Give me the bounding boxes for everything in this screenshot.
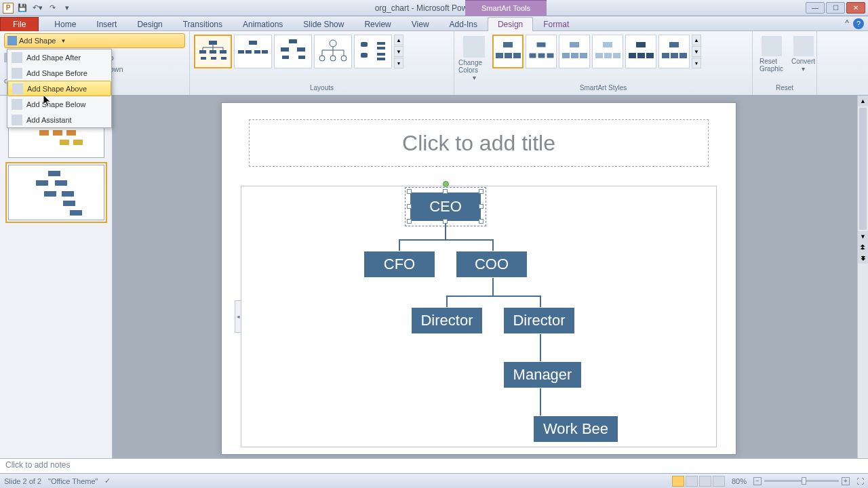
svg-rect-41	[604, 53, 612, 58]
prev-slide-icon[interactable]: ⯭	[858, 242, 868, 253]
qa-customize-icon[interactable]: ▾	[61, 2, 73, 14]
fit-to-window-icon[interactable]: ⛶	[856, 477, 864, 485]
org-node-manager[interactable]: Manager	[503, 361, 582, 388]
tab-design[interactable]: Design	[127, 17, 172, 31]
tab-view[interactable]: View	[401, 17, 439, 31]
svg-rect-54	[39, 130, 49, 136]
tab-transitions[interactable]: Transitions	[173, 17, 233, 31]
tab-review[interactable]: Review	[354, 17, 401, 31]
style-option-3[interactable]	[559, 35, 590, 68]
svg-rect-64	[63, 201, 75, 206]
svg-rect-48	[662, 53, 669, 58]
tab-slideshow[interactable]: Slide Show	[293, 17, 354, 31]
layout-option-3[interactable]	[274, 35, 312, 68]
org-node-coo[interactable]: COO	[456, 251, 528, 278]
zoom-out-button[interactable]: −	[753, 477, 762, 485]
svg-rect-63	[62, 191, 74, 197]
gallery-more-icon[interactable]: ▾	[394, 58, 403, 68]
slideshow-view-button[interactable]	[713, 476, 725, 487]
styles-more-icon[interactable]: ▾	[692, 58, 701, 68]
rotate-handle-icon[interactable]	[443, 181, 449, 187]
svg-rect-44	[629, 53, 636, 58]
convert-icon	[793, 36, 814, 56]
layout-option-1[interactable]	[194, 35, 232, 68]
tab-insert[interactable]: Insert	[86, 17, 127, 31]
slide-indicator: Slide 2 of 2	[4, 477, 41, 485]
tab-smartart-format[interactable]: Format	[533, 17, 579, 31]
minimize-ribbon-icon[interactable]: ^	[845, 18, 849, 29]
svg-rect-26	[377, 58, 385, 60]
tab-addins[interactable]: Add-Ins	[439, 17, 488, 31]
help-icon[interactable]: ?	[853, 18, 864, 29]
normal-view-button[interactable]	[672, 476, 684, 487]
slide[interactable]: Click to add title ◂ CEO	[221, 102, 736, 455]
minimize-button[interactable]: —	[806, 2, 825, 14]
spellcheck-icon[interactable]: ✓	[104, 476, 111, 485]
dd-add-shape-below[interactable]: Add Shape Below	[7, 96, 111, 112]
next-slide-icon[interactable]: ⯯	[858, 253, 868, 264]
zoom-level[interactable]: 80%	[732, 477, 747, 485]
org-node-cfo[interactable]: CFO	[363, 251, 435, 278]
zoom-slider[interactable]	[764, 480, 839, 482]
chevron-down-icon: ▼	[60, 38, 66, 44]
slide-thumbnail-2[interactable]	[8, 165, 104, 220]
title-placeholder[interactable]: Click to add title	[249, 119, 709, 167]
org-node-workbee[interactable]: Work Bee	[533, 415, 618, 443]
notes-pane[interactable]: Click to add notes	[0, 458, 868, 473]
org-node-dir1[interactable]: Director	[411, 307, 483, 334]
add-shape-button[interactable]: Add Shape ▼	[4, 33, 185, 48]
svg-rect-0	[209, 41, 217, 45]
svg-rect-43	[636, 42, 646, 47]
reset-graphic-button[interactable]: Reset Graphic	[757, 33, 786, 82]
org-node-ceo[interactable]: CEO	[410, 192, 481, 222]
style-option-4[interactable]	[592, 35, 623, 68]
dd-add-shape-before[interactable]: Add Shape Before	[7, 65, 111, 81]
reading-view-button[interactable]	[699, 476, 711, 487]
styles-scroll-up[interactable]: ▲	[692, 35, 701, 45]
save-icon[interactable]: 💾	[16, 2, 28, 14]
zoom-in-button[interactable]: +	[842, 477, 850, 485]
svg-rect-33	[538, 53, 545, 58]
window-title: org_chart - Microsoft PowerPoint	[0, 3, 868, 13]
maximize-button[interactable]: ☐	[826, 2, 845, 14]
text-pane-toggle[interactable]: ◂	[235, 300, 241, 333]
change-colors-button[interactable]: Change Colors ▾	[458, 33, 490, 82]
dd-add-assistant[interactable]: Add Assistant	[7, 112, 111, 127]
org-node-dir2[interactable]: Director	[503, 307, 575, 334]
style-option-1[interactable]	[492, 35, 524, 68]
scroll-down-icon[interactable]: ▼	[858, 231, 868, 242]
svg-rect-34	[547, 53, 554, 58]
tab-animations[interactable]: Animations	[233, 17, 293, 31]
layout-option-2[interactable]	[234, 35, 272, 68]
styles-scroll-down[interactable]: ▼	[692, 46, 701, 57]
svg-rect-56	[66, 130, 76, 136]
layout-option-5[interactable]	[354, 35, 392, 68]
vertical-scrollbar[interactable]: ▲ ▼ ⯭ ⯯	[857, 96, 868, 458]
undo-icon[interactable]: ↶▾	[31, 2, 43, 14]
svg-rect-24	[377, 47, 385, 49]
reset-icon	[762, 36, 782, 56]
sorter-view-button[interactable]	[686, 476, 698, 487]
style-option-2[interactable]	[526, 35, 557, 68]
scroll-thumb[interactable]	[859, 108, 867, 230]
smartart-container[interactable]: ◂ CEO CFO CO	[241, 186, 717, 447]
svg-rect-14	[297, 47, 305, 52]
convert-button[interactable]: Convert ▾	[789, 33, 818, 82]
tab-home[interactable]: Home	[44, 17, 86, 31]
svg-rect-49	[671, 53, 678, 58]
dd-add-shape-after[interactable]: Add Shape After	[7, 49, 111, 65]
gallery-scroll-up[interactable]: ▲	[394, 35, 403, 45]
tab-smartart-design[interactable]: Design	[488, 17, 533, 31]
tab-file[interactable]: File	[0, 17, 39, 31]
svg-rect-42	[613, 53, 620, 58]
redo-icon[interactable]: ↷	[46, 2, 58, 14]
layouts-group-label: Layouts	[190, 84, 454, 95]
style-option-5[interactable]	[625, 35, 656, 68]
scroll-up-icon[interactable]: ▲	[858, 96, 868, 106]
svg-rect-13	[281, 47, 289, 52]
layout-option-4[interactable]	[314, 35, 352, 68]
close-button[interactable]: ✕	[846, 2, 865, 14]
dd-add-shape-above[interactable]: Add Shape Above	[7, 81, 111, 96]
style-option-6[interactable]	[658, 35, 690, 68]
gallery-scroll-down[interactable]: ▼	[394, 46, 403, 57]
